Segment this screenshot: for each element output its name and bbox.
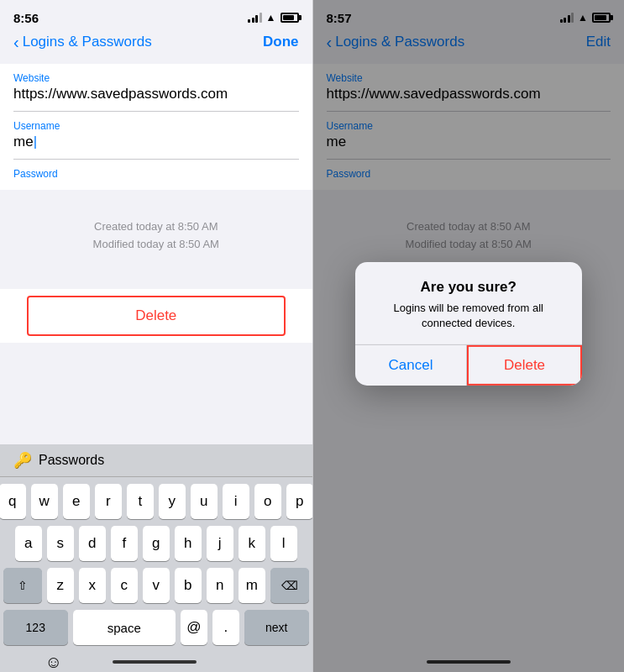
key-n[interactable]: n xyxy=(207,568,233,603)
key-e[interactable]: e xyxy=(63,484,90,519)
key-q[interactable]: q xyxy=(0,484,26,519)
alert-buttons: Cancel Delete xyxy=(355,345,582,386)
key-row-2: a s d f g h j k l xyxy=(3,526,309,561)
right-phone-panel: 8:57 ▲ ‹ Logins & Passwords Edit Website… xyxy=(312,0,625,672)
key-s[interactable]: s xyxy=(47,526,74,561)
key-r[interactable]: r xyxy=(95,484,122,519)
left-status-bar: 8:56 ▲ xyxy=(0,0,312,30)
key-m[interactable]: m xyxy=(239,568,265,603)
left-password-label: Password xyxy=(13,168,299,180)
left-meta-section: Created today at 8:50 AM Modified today … xyxy=(0,210,312,262)
key-w[interactable]: w xyxy=(31,484,58,519)
alert-title: Are you sure? xyxy=(369,279,569,296)
key-row-3: ⇧ z x c v b n m ⌫ xyxy=(3,568,309,603)
key-shift[interactable]: ⇧ xyxy=(3,568,42,603)
key-k[interactable]: k xyxy=(239,526,265,561)
alert-cancel-button[interactable]: Cancel xyxy=(355,345,468,386)
left-done-button[interactable]: Done xyxy=(263,34,299,50)
key-a[interactable]: a xyxy=(15,526,42,561)
left-delete-wrapper: Delete xyxy=(0,289,312,343)
left-status-icons: ▲ xyxy=(248,12,298,24)
key-u[interactable]: u xyxy=(191,484,218,519)
left-nav-back-label: Logins & Passwords xyxy=(23,34,152,50)
left-nav-bar: ‹ Logins & Passwords Done xyxy=(0,30,312,57)
left-bottom-bar: ☺ xyxy=(0,655,312,672)
key-x[interactable]: x xyxy=(79,568,106,603)
key-g[interactable]: g xyxy=(143,526,170,561)
left-delete-button[interactable]: Delete xyxy=(27,296,286,336)
key-row-4: 123 space @ . next xyxy=(3,610,309,645)
left-website-label: Website xyxy=(13,72,299,84)
emoji-icon[interactable]: ☺ xyxy=(45,653,62,672)
key-i[interactable]: i xyxy=(223,484,249,519)
key-at[interactable]: @ xyxy=(181,610,207,645)
left-home-indicator xyxy=(113,660,197,664)
signal-icon xyxy=(248,13,262,23)
alert-message: Logins will be removed from all connecte… xyxy=(369,301,569,331)
battery-icon xyxy=(281,13,299,23)
left-field-group: Website https://www.savedpasswords.com U… xyxy=(0,64,312,190)
left-keyboard-toolbar: 🔑 Passwords xyxy=(0,444,312,477)
left-keyboard: 🔑 Passwords q w e r t y u i o p a s xyxy=(0,444,312,672)
key-space[interactable]: space xyxy=(73,610,176,645)
left-chevron-icon: ‹ xyxy=(13,34,19,50)
key-t[interactable]: t xyxy=(127,484,154,519)
left-meta-line1: Created today at 8:50 AM xyxy=(0,218,312,236)
key-j[interactable]: j xyxy=(207,526,233,561)
left-delete-section: Delete xyxy=(0,276,312,343)
left-username-field: Username me xyxy=(13,112,299,160)
key-h[interactable]: h xyxy=(175,526,202,561)
left-form-section: Website https://www.savedpasswords.com U… xyxy=(0,64,312,190)
keyboard-toolbar-text: Passwords xyxy=(39,453,104,468)
key-z[interactable]: z xyxy=(47,568,74,603)
left-meta-line2: Modified today at 8:50 AM xyxy=(0,236,312,254)
left-website-value[interactable]: https://www.savedpasswords.com xyxy=(13,86,299,102)
left-status-time: 8:56 xyxy=(13,11,39,25)
key-d[interactable]: d xyxy=(79,526,106,561)
key-period[interactable]: . xyxy=(212,610,239,645)
left-password-field: Password xyxy=(13,160,299,190)
left-website-field: Website https://www.savedpasswords.com xyxy=(13,64,299,112)
left-back-button[interactable]: ‹ Logins & Passwords xyxy=(13,34,152,50)
key-p[interactable]: p xyxy=(286,484,312,519)
alert-dialog: Are you sure? Logins will be removed fro… xyxy=(355,262,582,386)
key-delete[interactable]: ⌫ xyxy=(270,568,309,603)
left-username-label: Username xyxy=(13,120,299,132)
key-123[interactable]: 123 xyxy=(3,610,68,645)
key-icon: 🔑 xyxy=(13,451,32,470)
key-l[interactable]: l xyxy=(270,526,297,561)
key-f[interactable]: f xyxy=(111,526,138,561)
key-o[interactable]: o xyxy=(254,484,281,519)
alert-delete-button[interactable]: Delete xyxy=(467,345,582,386)
alert-body: Are you sure? Logins will be removed fro… xyxy=(355,262,582,344)
left-username-value[interactable]: me xyxy=(13,134,299,150)
key-c[interactable]: c xyxy=(111,568,138,603)
key-v[interactable]: v xyxy=(143,568,170,603)
keyboard-rows: q w e r t y u i o p a s d f g h j xyxy=(0,477,312,655)
wifi-icon: ▲ xyxy=(266,12,276,24)
key-y[interactable]: y xyxy=(159,484,186,519)
key-row-1: q w e r t y u i o p xyxy=(3,484,309,519)
key-next[interactable]: next xyxy=(244,610,309,645)
key-b[interactable]: b xyxy=(175,568,202,603)
left-phone-panel: 8:56 ▲ ‹ Logins & Passwords Done Website… xyxy=(0,0,312,672)
